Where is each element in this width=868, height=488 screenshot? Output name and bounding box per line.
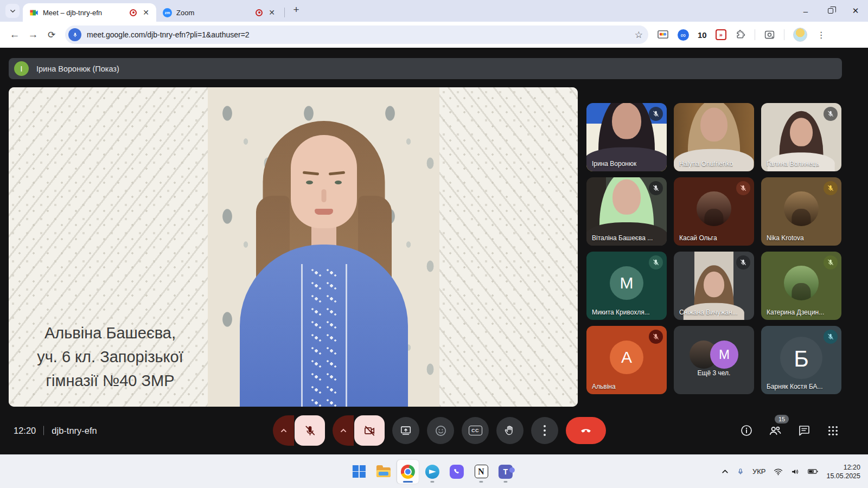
mic-permission-icon[interactable] — [68, 28, 81, 41]
viber-taskbar-button[interactable] — [446, 460, 468, 484]
avatar-photo — [697, 191, 731, 226]
participant-name: Ещё 3 чел. — [698, 369, 731, 377]
meet-favicon-icon — [29, 8, 39, 17]
teams-taskbar-button[interactable]: T — [495, 460, 516, 484]
url-text: meet.google.com/djb-tnry-efn?pli=1&authu… — [87, 30, 635, 39]
file-explorer-button[interactable] — [373, 460, 394, 484]
profile-avatar[interactable] — [793, 28, 807, 42]
new-tab-button[interactable]: + — [289, 3, 303, 17]
chevron-up-icon — [340, 427, 347, 434]
call-end-icon — [579, 423, 593, 438]
browser-toolbar: ← → ⟳ meet.google.com/djb-tnry-efn?pli=1… — [0, 22, 868, 48]
captions-icon: CC — [469, 426, 482, 435]
close-button[interactable]: ✕ — [843, 0, 868, 22]
restore-button[interactable] — [818, 0, 843, 22]
mic-muted-badge — [649, 107, 663, 121]
wifi-icon[interactable] — [774, 468, 783, 476]
participant-tile[interactable]: Halyna Onufrienko — [674, 103, 754, 171]
girl-face — [291, 135, 357, 228]
fast-forward-extension-icon[interactable]: » — [716, 29, 726, 40]
present-screen-button[interactable] — [392, 417, 419, 444]
tray-date: 15.05.2025 — [826, 472, 860, 480]
participant-tile[interactable]: MЕщё 3 чел. — [674, 326, 754, 394]
mic-off-icon — [739, 259, 747, 266]
microphone-muted-button[interactable] — [295, 415, 325, 446]
participant-name: Сніжана Вичужан... — [679, 309, 738, 316]
reactions-button[interactable] — [427, 417, 454, 444]
meeting-code: djb-tnry-efn — [52, 426, 97, 436]
camera-off-icon — [363, 425, 376, 437]
toolbar-divider — [755, 29, 755, 40]
tray-expand-icon[interactable] — [722, 468, 729, 475]
language-indicator[interactable]: УКР — [752, 467, 766, 476]
raise-hand-button[interactable] — [496, 417, 524, 444]
back-button[interactable]: ← — [5, 25, 24, 44]
tab-close-button[interactable]: ✕ — [141, 8, 151, 17]
kebab-menu-icon — [544, 425, 546, 436]
leave-call-button[interactable] — [566, 417, 606, 444]
start-button[interactable] — [348, 460, 370, 484]
mic-muted-badge — [736, 181, 750, 195]
participant-tile[interactable]: Віталіна Башеєва ... — [586, 177, 667, 246]
tab-zoom[interactable]: zm Zoom ✕ — [156, 3, 282, 22]
tab-close-button[interactable]: ✕ — [267, 8, 277, 17]
extension-badge-count: 10 — [698, 30, 707, 40]
participant-tile[interactable]: Галина Волинець — [761, 103, 841, 171]
forward-button[interactable]: → — [24, 25, 42, 44]
participant-tile[interactable]: Ірина Воронюк — [586, 103, 667, 171]
participant-tile[interactable]: Сніжана Вичужан... — [674, 252, 754, 320]
participant-tile[interactable]: ББарняк Костя БА... — [761, 326, 841, 394]
media-panel-icon[interactable] — [657, 30, 669, 40]
participant-tile[interactable]: MМикита Кривохля... — [586, 252, 667, 320]
participant-tile[interactable]: Nika Krotova — [761, 177, 841, 246]
divider — [43, 426, 44, 435]
chat-button[interactable] — [797, 423, 811, 438]
more-options-button[interactable] — [531, 417, 558, 444]
infinity-extension-icon[interactable]: ∞ — [678, 29, 689, 41]
screen-capture-lens-icon[interactable] — [764, 29, 775, 41]
apps-grid-icon — [827, 425, 839, 437]
toolbar-extensions: ∞ 10 » ⋮ — [653, 28, 831, 42]
browser-menu-icon[interactable]: ⋮ — [816, 30, 827, 40]
present-screen-icon — [400, 425, 412, 436]
bookmark-star-icon[interactable]: ☆ — [635, 29, 643, 41]
meeting-details-button[interactable] — [739, 423, 754, 438]
avatar-photo — [784, 191, 819, 226]
telegram-taskbar-button[interactable] — [422, 460, 443, 484]
presenter-avatar: І — [14, 61, 29, 76]
meeting-time: 12:20 — [14, 426, 36, 436]
extensions-puzzle-icon[interactable] — [735, 29, 746, 40]
main-presentation-video[interactable]: Альвіна Башеєва, уч. 6 кл. Запорізької г… — [9, 87, 578, 407]
battery-icon[interactable] — [808, 468, 818, 475]
participant-tile[interactable]: Касай Ольга — [674, 177, 754, 246]
tab-search-button[interactable] — [5, 4, 20, 18]
volume-icon[interactable] — [791, 468, 800, 476]
address-bar[interactable]: meet.google.com/djb-tnry-efn?pli=1&authu… — [65, 25, 648, 44]
tray-time: 12:20 — [826, 463, 860, 472]
tab-meet[interactable]: Meet – djb-tnry-efn ✕ — [23, 3, 156, 22]
presenter-name: Ірина Воронюк (Показ) — [36, 65, 119, 73]
mic-off-icon — [827, 259, 834, 266]
avatar-photo — [784, 266, 819, 300]
notion-taskbar-button[interactable]: N — [470, 460, 492, 484]
captions-button[interactable]: CC — [462, 417, 489, 444]
participant-tile[interactable]: ААльвіна — [586, 326, 667, 394]
reload-button[interactable]: ⟳ — [42, 25, 61, 44]
lace-background-right — [439, 87, 578, 407]
people-icon — [768, 423, 782, 438]
camera-muted-button[interactable] — [354, 415, 385, 446]
mic-off-icon — [304, 425, 316, 437]
people-button[interactable]: 15 — [768, 423, 782, 438]
mic-muted-badge — [824, 107, 838, 121]
participants-grid: Ірина Воронюк Halyna Onufrienko Галина В… — [586, 103, 841, 394]
chrome-taskbar-button[interactable] — [397, 460, 419, 484]
camera-options-button[interactable] — [333, 415, 354, 446]
mic-button-group — [273, 415, 325, 446]
tray-mic-icon[interactable] — [737, 467, 744, 476]
minimize-button[interactable]: – — [793, 0, 818, 22]
tray-clock[interactable]: 12:20 15.05.2025 — [826, 463, 860, 480]
participant-count-badge: 15 — [775, 415, 789, 423]
mic-options-button[interactable] — [273, 415, 294, 446]
activities-button[interactable] — [826, 423, 840, 438]
participant-tile[interactable]: Катерина Дзецин... — [761, 252, 841, 320]
